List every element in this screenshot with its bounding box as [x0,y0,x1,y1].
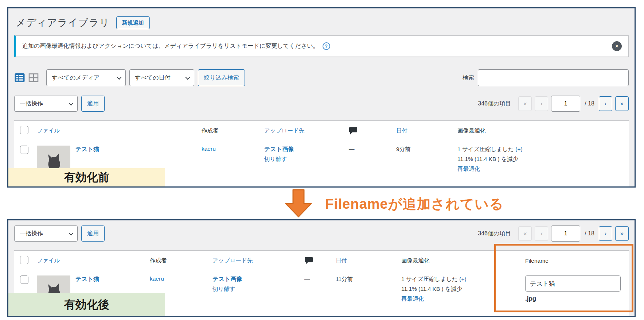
pagination: 346個の項目 « ‹ / 18 › » [478,96,629,112]
optimization-saving: 11.1% (11.4 KB ) を減少 [401,285,486,293]
bulk-action-value: 一括操作 [20,230,43,238]
help-icon[interactable]: ? [323,42,330,50]
apply-button[interactable]: 適用 [81,225,105,242]
upload-date: 9分前 [396,146,411,152]
page-title: メディアライブラリ [16,16,110,29]
current-page-input[interactable] [551,225,580,242]
media-title-link[interactable]: テスト猫 [75,146,108,153]
reoptimize-link[interactable]: 再最適化 [401,296,424,302]
before-activation-label: 有効化前 [8,168,165,186]
optimization-saving: 11.1% (11.4 KB ) を減少 [457,155,625,163]
items-count: 346個の項目 [478,100,511,108]
upload-date: 11分前 [336,276,353,282]
column-author: 作成者 [202,127,219,134]
column-uploaded-to[interactable]: アップロード先 [264,127,304,134]
total-pages: / 18 [585,230,594,237]
current-page-input[interactable] [551,96,580,112]
chevron-down-icon [69,231,74,235]
column-optimization: 画像最適化 [401,257,430,263]
notice-text: 追加の画像最適化情報およびアクションについては、メディアライブラリをリストモード… [22,42,319,50]
column-file[interactable]: ファイル [37,257,60,263]
media-type-dropdown[interactable]: すべてのメディア [46,69,126,86]
comments-count: — [349,146,355,152]
optimization-more-link[interactable]: (+) [459,276,466,282]
next-page-button[interactable]: › [599,96,612,111]
tablenav: 一括操作 適用 346個の項目 « ‹ / 18 › » [14,225,629,242]
next-page-button[interactable]: › [599,226,612,241]
column-file[interactable]: ファイル [37,127,60,134]
media-type-value: すべてのメディア [52,74,99,82]
filter-bar: すべてのメディア すべての日付 絞り込み検索 検索 [14,69,629,86]
comments-icon[interactable] [304,257,328,265]
media-library-panel-before: メディアライブラリ 新規追加 追加の画像最適化情報およびアクションについては、メ… [7,7,636,188]
bulk-action-value: 一括操作 [20,100,43,108]
apply-button[interactable]: 適用 [81,96,105,112]
column-author: 作成者 [150,257,167,263]
first-page-button[interactable]: « [518,96,532,111]
column-filename: Filename [525,258,549,264]
search-group: 検索 [462,69,629,86]
author-link[interactable]: kaeru [202,146,216,152]
media-title-link[interactable]: テスト猫 [75,275,108,283]
comments-count: — [304,275,310,282]
table-header-row: ファイル 作成者 アップロード先 日付 画像最適化 Filename [14,251,629,271]
filter-button[interactable]: 絞り込み検索 [198,69,245,86]
close-icon[interactable]: ✕ [612,41,622,51]
select-all-checkbox[interactable] [20,256,28,264]
pagination: 346個の項目 « ‹ / 18 › » [478,225,629,242]
detach-link[interactable]: 切り離す [212,285,235,293]
date-filter-value: すべての日付 [135,74,171,82]
items-count: 346個の項目 [478,230,511,238]
author-link[interactable]: kaeru [150,275,164,282]
table-header-row: ファイル 作成者 アップロード先 日付 画像最適化 [14,121,629,141]
chevron-down-icon [117,75,122,80]
total-pages: / 18 [585,100,594,107]
search-input[interactable] [478,69,629,86]
reoptimize-link[interactable]: 再最適化 [457,166,480,172]
comments-icon[interactable] [349,127,389,135]
column-date[interactable]: 日付 [396,127,407,134]
uploaded-to-link[interactable]: テスト画像 [212,275,297,283]
last-page-button[interactable]: » [615,226,629,241]
bulk-action-dropdown[interactable]: 一括操作 [14,225,78,242]
page-header: メディアライブラリ 新規追加 [8,8,635,30]
column-optimization: 画像最適化 [457,127,486,134]
arrow-caption: Filenameが追加されている [325,195,504,213]
prev-page-button[interactable]: ‹ [535,96,548,111]
media-library-panel-after: 一括操作 適用 346個の項目 « ‹ / 18 › » ファイル 作成者 アッ… [7,219,636,317]
column-uploaded-to[interactable]: アップロード先 [212,257,253,263]
info-notice: 追加の画像最適化情報およびアクションについては、メディアライブラリをリストモード… [14,35,629,57]
transition-note: Filenameが追加されている [285,189,504,219]
row-checkbox[interactable] [20,146,28,154]
view-switch [14,72,39,83]
grid-view-icon[interactable] [28,72,39,83]
optimization-status: 1 サイズ圧縮しました [457,146,514,152]
list-view-icon[interactable] [14,72,25,83]
date-filter-dropdown[interactable]: すべての日付 [129,69,194,86]
bulk-action-dropdown[interactable]: 一括操作 [14,96,78,112]
row-checkbox[interactable] [20,275,28,284]
column-date[interactable]: 日付 [336,257,347,263]
add-new-button[interactable]: 新規追加 [116,16,150,29]
select-all-checkbox[interactable] [20,126,28,134]
search-label: 検索 [462,74,474,82]
filename-extension: .jpg [525,295,625,302]
after-activation-label: 有効化後 [8,293,165,316]
filename-input[interactable] [525,275,621,292]
chevron-down-icon [69,101,74,105]
uploaded-to-link[interactable]: テスト画像 [264,146,341,153]
prev-page-button[interactable]: ‹ [535,226,548,241]
optimization-status: 1 サイズ圧縮しました [401,276,458,282]
detach-link[interactable]: 切り離す [264,155,287,163]
optimization-more-link[interactable]: (+) [515,146,522,152]
down-arrow-icon [285,189,312,219]
chevron-down-icon [186,75,190,80]
first-page-button[interactable]: « [518,226,532,241]
tablenav: 一括操作 適用 346個の項目 « ‹ / 18 › » [14,96,629,112]
last-page-button[interactable]: » [615,96,629,111]
